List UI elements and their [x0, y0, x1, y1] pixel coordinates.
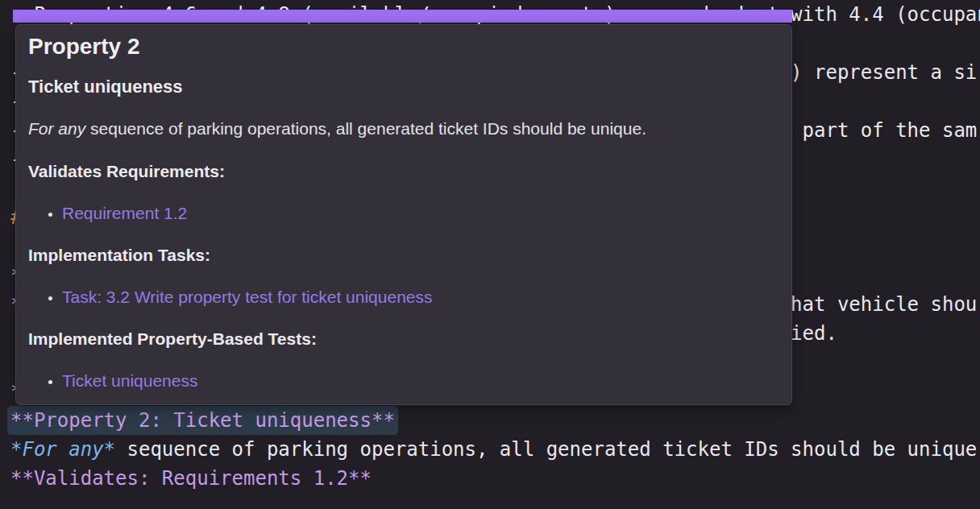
selection-highlight-bar [13, 10, 792, 23]
popup-list-item: Ticket uniqueness [62, 370, 775, 391]
popup-link[interactable]: Requirement 1.2 [62, 204, 187, 222]
popup-description: For any sequence of parking operations, … [28, 118, 775, 139]
popup-list-item: Requirement 1.2 [62, 202, 775, 224]
code-segment: **Property 2: Ticket uniqueness** [10, 409, 395, 432]
code-segment: **Validates: Requirements 1.2** [10, 467, 372, 490]
popup-subtitle: Ticket uniqueness [28, 77, 775, 97]
editor-line[interactable]: **Validates: Requirements 1.2** [10, 464, 980, 493]
popup-section-list: Ticket uniqueness [28, 370, 775, 391]
code-segment: sequence of parking operations, all gene… [115, 438, 977, 461]
popup-section-heading: Implementation Tasks: [28, 245, 775, 266]
hover-popup: Property 2 Ticket uniqueness For any seq… [15, 24, 792, 405]
editor-line[interactable]: **Property 2: Ticket uniqueness** [10, 406, 980, 435]
popup-description-rest: sequence of parking operations, all gene… [85, 119, 646, 138]
popup-section-list: Task: 3.2 Write property test for ticket… [28, 286, 775, 308]
line-highlight: **Property 2: Ticket uniqueness** [10, 409, 395, 432]
popup-section-list: Requirement 1.2 [28, 202, 775, 224]
popup-title: Property 2 [28, 35, 775, 59]
popup-sections: Validates Requirements:Requirement 1.2Im… [28, 161, 775, 391]
popup-section-heading: Validates Requirements: [28, 161, 775, 182]
popup-description-emphasis: For any [28, 119, 85, 138]
popup-list-item: Task: 3.2 Write property test for ticket… [62, 286, 775, 308]
popup-section-heading: Implemented Property-Based Tests: [28, 329, 775, 350]
code-segment: *For any* [10, 438, 115, 461]
popup-link[interactable]: Task: 3.2 Write property test for ticket… [62, 288, 433, 306]
popup-link[interactable]: Ticket uniqueness [62, 371, 197, 390]
editor-area[interactable]: - Properties 4.6 and 4.8 (available/occu… [0, 0, 980, 509]
editor-line[interactable]: *For any* sequence of parking operations… [10, 435, 980, 464]
vscode-editor-window: { "window": { "background": "#211e25" },… [0, 0, 980, 509]
